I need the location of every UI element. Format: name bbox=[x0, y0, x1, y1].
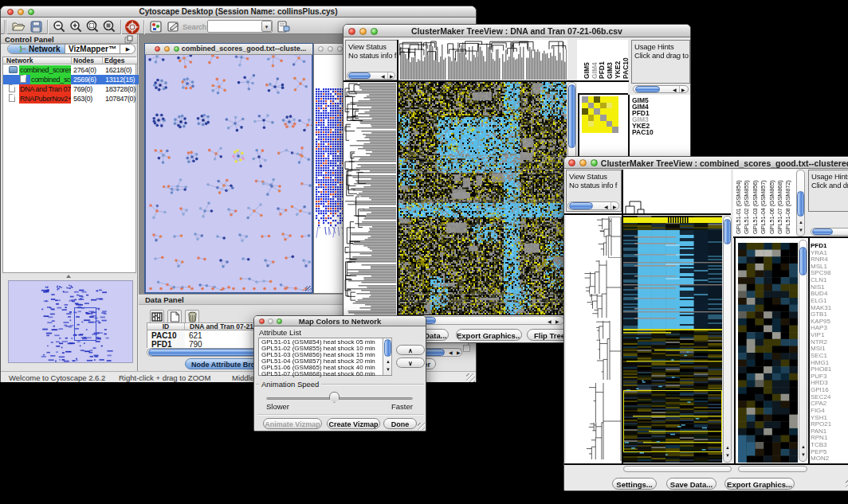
open-session-icon[interactable] bbox=[11, 20, 26, 33]
attribute-list[interactable]: GPL51-01 (GSM854) heat shock 05 minGPL51… bbox=[258, 338, 392, 376]
attribute-list-item[interactable]: GPL51-07 (GSM868) heat shock 60 min bbox=[261, 371, 381, 377]
tab-vizmapper[interactable]: VizMapper™ bbox=[65, 45, 120, 53]
tv2-status-hscrollbar[interactable]: ◀ ▶ bbox=[567, 201, 619, 210]
annotation-icon[interactable] bbox=[167, 20, 181, 33]
scroll-right-icon[interactable]: ▶ bbox=[613, 205, 617, 209]
animation-speed-slider[interactable] bbox=[266, 397, 413, 400]
scroll-left-icon[interactable]: ◀ bbox=[548, 319, 552, 324]
frame2-close-button[interactable] bbox=[318, 46, 324, 52]
zoom-selected-icon[interactable] bbox=[85, 20, 100, 33]
network-overview-canvas[interactable] bbox=[9, 281, 132, 362]
main-resize-grip[interactable] bbox=[466, 373, 475, 382]
tv2-zoom-button[interactable] bbox=[591, 159, 598, 166]
zoom-in-icon[interactable] bbox=[69, 20, 83, 33]
tv2-labels-vscrollbar[interactable]: ▲ ▼ bbox=[796, 170, 805, 236]
network-view[interactable] bbox=[146, 55, 312, 291]
tv1-heatmap[interactable] bbox=[398, 82, 567, 315]
attribute-list-vscrollbar[interactable]: ▲ ▼ bbox=[383, 338, 392, 375]
frame1-titlebar[interactable]: combined_scores_good.txt--cluste... bbox=[145, 44, 312, 55]
treeview2-titlebar[interactable]: ClusterMaker TreeView : combined_scores_… bbox=[564, 157, 848, 169]
zoom-fit-icon[interactable] bbox=[102, 20, 116, 33]
tv2-heatmap[interactable] bbox=[623, 216, 722, 463]
frame1-close-button[interactable] bbox=[155, 46, 160, 52]
tv2-zoom-hscrollbar[interactable] bbox=[738, 466, 807, 472]
create-vizmap-button[interactable]: Create Vizmap bbox=[327, 418, 380, 429]
scroll-thumb[interactable] bbox=[348, 72, 371, 79]
scroll-thumb[interactable] bbox=[812, 229, 833, 235]
tv2-vscrollbar[interactable]: ▲ ▼ bbox=[723, 216, 732, 463]
tv2-hscrollbar[interactable] bbox=[623, 466, 732, 472]
search-options-icon[interactable] bbox=[277, 20, 291, 33]
tv2-zoom-vscrollbar[interactable]: ▲ ▼ bbox=[799, 240, 807, 462]
tab-network[interactable]: Network bbox=[8, 45, 65, 53]
tv2-usage-hscrollbar[interactable] bbox=[811, 228, 848, 236]
scroll-thumb[interactable] bbox=[569, 202, 593, 209]
scroll-thumb[interactable] bbox=[568, 84, 575, 148]
scroll-left-icon[interactable]: ◀ bbox=[604, 205, 608, 209]
tv2-button-export-graphics---[interactable]: Export Graphics... bbox=[724, 478, 795, 490]
tv2-zoom-heatmap[interactable] bbox=[738, 243, 798, 463]
done-button[interactable]: Done bbox=[383, 418, 417, 429]
tv2-gene-labels[interactable]: PFD1YRA1RNR4MSL1SPC98CLN1NIS1BUD4ELG1MAK… bbox=[810, 238, 848, 463]
scroll-down-icon[interactable]: ▼ bbox=[386, 367, 391, 372]
scroll-thumb[interactable] bbox=[724, 219, 731, 244]
frame2-minimize-button[interactable] bbox=[328, 46, 333, 52]
scroll-up-icon[interactable]: ▲ bbox=[801, 444, 806, 449]
network-list-row[interactable]: RNAPuberNov2+N563(0)107847(0) bbox=[3, 94, 139, 104]
slider-thumb[interactable] bbox=[329, 392, 340, 403]
frame1-minimize-button[interactable] bbox=[164, 46, 170, 52]
tab-overflow-arrow[interactable]: ▶ bbox=[120, 45, 135, 53]
scroll-thumb[interactable] bbox=[797, 191, 804, 217]
scroll-right-icon[interactable]: ▶ bbox=[556, 319, 559, 324]
tv1-column-dendrogram[interactable] bbox=[399, 41, 567, 80]
scroll-thumb[interactable] bbox=[384, 339, 391, 357]
tv1-column-labels[interactable]: GIM5GIM4PFD1GIM3YKE2PAC10 bbox=[577, 40, 628, 80]
network-overview-panel[interactable] bbox=[8, 280, 133, 363]
overview-splitter[interactable] bbox=[1, 274, 137, 279]
frame1-resize-grip[interactable] bbox=[305, 286, 311, 291]
scroll-thumb[interactable] bbox=[799, 247, 807, 275]
scroll-up-icon[interactable]: ▲ bbox=[799, 220, 803, 225]
save-session-icon[interactable] bbox=[29, 20, 43, 33]
scroll-up-icon[interactable]: ▲ bbox=[725, 445, 730, 450]
tv2-button-settings---[interactable]: Settings... bbox=[612, 478, 657, 490]
vizmapper-shortcut-icon[interactable] bbox=[149, 20, 163, 33]
tv1-status-hscrollbar[interactable]: ◀ ▶ bbox=[347, 72, 395, 80]
scroll-up-icon[interactable]: ▲ bbox=[386, 359, 391, 364]
scroll-right-icon[interactable]: ▶ bbox=[457, 350, 461, 355]
tv1-button-export-graphics---[interactable]: Export Graphics... bbox=[456, 329, 522, 341]
tv2-row-dendrogram[interactable] bbox=[567, 216, 622, 463]
help-lifesaver-icon[interactable] bbox=[125, 20, 139, 34]
tv2-column-dendrogram[interactable] bbox=[623, 170, 731, 213]
scroll-thumb[interactable] bbox=[635, 86, 660, 92]
tv2-button-save-data---[interactable]: Save Data... bbox=[666, 478, 716, 490]
float-panel-icon[interactable] bbox=[124, 35, 133, 44]
scroll-down-icon[interactable]: ▼ bbox=[801, 452, 806, 457]
dialog-resize-grip[interactable] bbox=[418, 423, 425, 430]
scroll-right-icon[interactable]: ▶ bbox=[681, 88, 685, 92]
network-list-header-network[interactable]: Network bbox=[3, 57, 72, 64]
network-list-row[interactable]: combined_sco2569(6)13112(15) bbox=[3, 75, 139, 84]
tv1-usage-hscrollbar[interactable]: ◀ ▶ bbox=[633, 85, 689, 93]
scroll-left-icon[interactable]: ◀ bbox=[381, 74, 385, 79]
network-list-row[interactable]: DNA and Tran 07769(0)183728(0) bbox=[3, 84, 139, 94]
frame2-zoom-button[interactable] bbox=[337, 46, 343, 52]
animate-vizmap-button[interactable]: Animate Vizmap bbox=[263, 418, 322, 429]
scroll-left-icon[interactable]: ◀ bbox=[449, 350, 453, 355]
dialog-titlebar[interactable]: Map Colors to Network bbox=[254, 316, 426, 326]
tv1-zoom-heatmap[interactable] bbox=[582, 96, 618, 133]
tv2-close-button[interactable] bbox=[568, 159, 575, 166]
tv2-column-labels[interactable]: GPL51-01 (GSM854)GPL51-02 (GSM855)GPL51-… bbox=[733, 170, 796, 236]
main-titlebar[interactable]: Cytoscape Desktop (Session Name: collins… bbox=[1, 6, 476, 18]
scroll-left-icon[interactable]: ◀ bbox=[673, 88, 677, 92]
scroll-down-icon[interactable]: ▼ bbox=[799, 228, 803, 232]
scroll-right-icon[interactable]: ▶ bbox=[390, 74, 394, 79]
move-attribute-up-button[interactable]: ∧ bbox=[396, 345, 425, 355]
scroll-down-icon[interactable]: ▼ bbox=[725, 453, 730, 458]
treeview1-titlebar[interactable]: ClusterMaker TreeView : DNA and Tran 07-… bbox=[344, 25, 690, 37]
tv2-minimize-button[interactable] bbox=[579, 159, 587, 166]
network-list-row[interactable]: combined_scores2764(0)16218(0) bbox=[3, 65, 139, 75]
attr-col-id[interactable]: ID bbox=[147, 323, 185, 330]
network-list-header-edges[interactable]: Edges bbox=[103, 57, 137, 64]
search-dropdown-arrow-icon[interactable]: ▼ bbox=[261, 21, 272, 32]
